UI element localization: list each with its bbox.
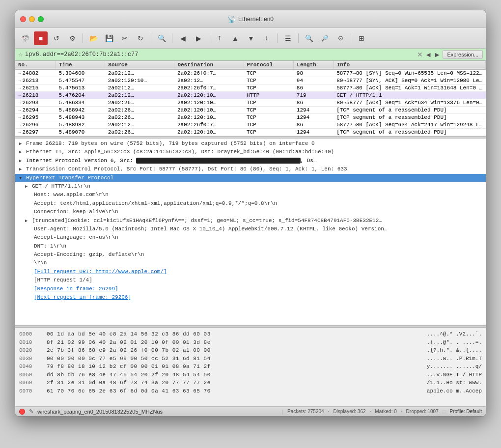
status-bar: ✎ wireshark_pcapng_en0_20150813225205_MH… [15, 406, 486, 416]
hex-offset: 0050 [19, 371, 39, 379]
zoom-out-button[interactable]: 🔎 [318, 31, 332, 45]
cell-dst: 2a02:26f0:7… [174, 69, 244, 77]
hex-bytes: dd 8b db 76 e8 4e 47 45 54 20 2f 20 48 5… [47, 371, 419, 379]
table-row[interactable]: →262955.4889432a02:26…2a02:120:10…TCP129… [15, 114, 486, 121]
maximize-button[interactable] [38, 16, 44, 22]
settings-button[interactable]: ⚙ [65, 31, 79, 45]
back-button[interactable]: ◀ [176, 31, 190, 45]
go-first-button[interactable]: ⤒ [213, 31, 226, 45]
expand-arrow: ▶ [19, 167, 24, 173]
close-file-button[interactable]: ✂ [118, 31, 132, 45]
cell-proto: HTTP [244, 92, 294, 99]
status-separator-3: · [370, 409, 371, 414]
close-button[interactable] [20, 16, 26, 22]
go-prev-button[interactable]: ▲ [228, 31, 242, 45]
hex-bytes: 2e 7b 3f 86 68 e9 2a 02 26 f0 00 7b 02 a… [47, 346, 419, 355]
col-source[interactable]: Source [105, 61, 174, 69]
col-info[interactable]: Info [334, 61, 485, 69]
save-button[interactable]: 💾 [102, 31, 116, 45]
main-window: 📡 Ethernet: en0 🦈 ■ ↺ ⚙ 📂 💾 ✂ ↻ 🔍 ◀ ▶ ⤒ … [15, 10, 486, 417]
table-row[interactable]: →262935.4863342a02:26…2a02:120:10…TCP868… [15, 99, 486, 107]
table-row[interactable]: →262155.4756132a02:12…2a02:26f0:7…TCP865… [15, 84, 486, 92]
table-row[interactable]: →262945.4889422a02:26…2a02:120:10…TCP129… [15, 107, 486, 114]
filter-forward-button[interactable]: ▶ [434, 51, 441, 58]
cell-proto: TCP [244, 84, 294, 92]
detail-row-ethernet[interactable]: ▶Ethernet II, Src: Apple_56:32:c3 (c8:2a… [15, 148, 486, 156]
cell-dst: 2a02:120:10… [174, 92, 244, 99]
col-destination[interactable]: Destination [174, 61, 244, 69]
detail-row-http-ua[interactable]: User-Agent: Mozilla/5.0 (Macintosh; Inte… [15, 225, 486, 233]
find-button[interactable]: 🔍 [155, 31, 168, 45]
cell-dst: 2a02:26f0:7… [174, 84, 244, 92]
edit-icon[interactable]: ✎ [29, 408, 33, 415]
detail-text-http-accept: Accept: text/html,application/xhtml+xml,… [34, 200, 482, 207]
cell-src: 2a02:26… [105, 99, 174, 107]
cell-no: →26293 [15, 99, 56, 107]
go-next-button[interactable]: ▼ [244, 31, 258, 45]
detail-row-http-next[interactable]: [Next request in frame: 29206] [15, 293, 486, 302]
zoom-reset-button[interactable]: ⊙ [334, 31, 347, 45]
cell-info: [TCP segment of a reassembled PDU] [334, 114, 485, 121]
detail-row-http-accept[interactable]: Accept: text/html,application/xhtml+xml,… [15, 199, 486, 208]
cell-info: 58777→80 [ACK] Seq=1 Ack=1 Win=131648 Le… [334, 84, 485, 92]
table-row[interactable]: →262965.4889822a02:12…2a02:26f0:7…TCP865… [15, 121, 486, 129]
cell-time: 5.489070 [56, 129, 105, 136]
detail-row-ipv6[interactable]: ▶Internet Protocol Version 6, Src: █████… [15, 157, 486, 165]
filter-expression-button[interactable]: Expression... [443, 50, 483, 59]
go-last-button[interactable]: ⤓ [260, 31, 274, 45]
hex-row: 000000 1d aa bd 5e 40 c8 2a 14 56 32 c3 … [15, 330, 486, 338]
detail-row-http-lang[interactable]: Accept-Language: en-us\r\n [15, 233, 486, 242]
window-title: 📡 Ethernet: en0 [227, 15, 274, 23]
stop-button[interactable]: ■ [34, 31, 48, 45]
col-length[interactable]: Length [294, 61, 334, 69]
hex-offset: 0060 [19, 379, 39, 387]
filter-star-icon: ☆ [18, 52, 23, 58]
detail-link-http-full-uri: [Full request URI: http://www.apple.com/… [34, 268, 167, 276]
hex-ascii: .{?.h.*. &..{.... [427, 346, 482, 355]
detail-row-http-encoding[interactable]: Accept-Encoding: gzip, deflate\r\n [15, 251, 486, 259]
shark-button[interactable]: 🦈 [18, 31, 32, 45]
detail-row-http-dnt[interactable]: DNT: 1\r\n [15, 242, 486, 251]
reload-button[interactable]: ↻ [134, 31, 147, 45]
packet-table-header: No. Time Source Destination Protocol Len… [15, 61, 486, 69]
detail-row-http-get[interactable]: ▶GET / HTTP/1.1\r\n [15, 182, 486, 191]
detail-row-http-cookie[interactable]: ▶[truncated]Cookie: ccl=kic1UfsE1HAqKEfl… [15, 217, 486, 225]
detail-row-http[interactable]: ▼Hypertext Transfer Protocol [15, 174, 486, 182]
table-row[interactable]: →248825.3046002a02:12…2a02:26f0:7…TCP985… [15, 69, 486, 77]
filter-input[interactable] [25, 51, 415, 58]
detail-row-frame[interactable]: ▶Frame 26218: 719 bytes on wire (5752 bi… [15, 140, 486, 148]
toolbar-separator-3 [172, 33, 172, 43]
hex-bytes: 61 70 70 6c 65 2e 63 6f 6d 0d 0a 41 63 6… [47, 387, 419, 395]
forward-button[interactable]: ▶ [192, 31, 205, 45]
zoom-in-button[interactable]: 🔍 [302, 31, 316, 45]
detail-row-http-req-num[interactable]: [HTTP request 1/4] [15, 276, 486, 284]
table-row[interactable]: →262135.4755472a02:120:10…2a02:12…TCP948… [15, 77, 486, 84]
expand-arrow: ▶ [19, 158, 24, 165]
table-row[interactable]: →262185.4762042a02:12…2a02:120:10…HTTP71… [15, 92, 486, 99]
hex-offset: 0030 [19, 355, 39, 363]
cell-len: 86 [294, 121, 334, 129]
detail-row-tcp[interactable]: ▶Transmission Control Protocol, Src Port… [15, 165, 486, 173]
detail-row-http-host[interactable]: Host: www.apple.com\r\n [15, 191, 486, 199]
filter-clear-button[interactable]: ✕ [417, 51, 423, 58]
cell-len: 86 [294, 84, 334, 92]
detail-row-http-connection[interactable]: Connection: keep-alive\r\n [15, 208, 486, 216]
layout-button[interactable]: ⊞ [355, 31, 368, 45]
detail-row-http-full-uri[interactable]: [Full request URI: http://www.apple.com/… [15, 268, 486, 276]
table-row[interactable]: →262975.4890702a02:26…2a02:120:10…TCP129… [15, 129, 486, 136]
minimize-button[interactable] [29, 16, 35, 22]
open-button[interactable]: 📂 [86, 31, 100, 45]
cell-src: 2a02:26… [105, 114, 174, 121]
cell-len: 1294 [294, 129, 334, 136]
filter-back-button[interactable]: ◀ [425, 51, 432, 58]
cell-len: 1294 [294, 107, 334, 114]
detail-row-http-crlf[interactable]: \r\n [15, 259, 486, 267]
cell-info: 80→58777 [ACK] Seq=1 Ack=634 Win=13376 L… [334, 99, 485, 107]
cell-proto: TCP [244, 77, 294, 84]
colorize-button[interactable]: ☰ [281, 31, 295, 45]
col-protocol[interactable]: Protocol [244, 61, 294, 69]
restart-button[interactable]: ↺ [50, 31, 63, 45]
detail-row-http-response[interactable]: [Response in frame: 26299] [15, 285, 486, 293]
col-no[interactable]: No. [15, 61, 56, 69]
col-time[interactable]: Time [56, 61, 105, 69]
